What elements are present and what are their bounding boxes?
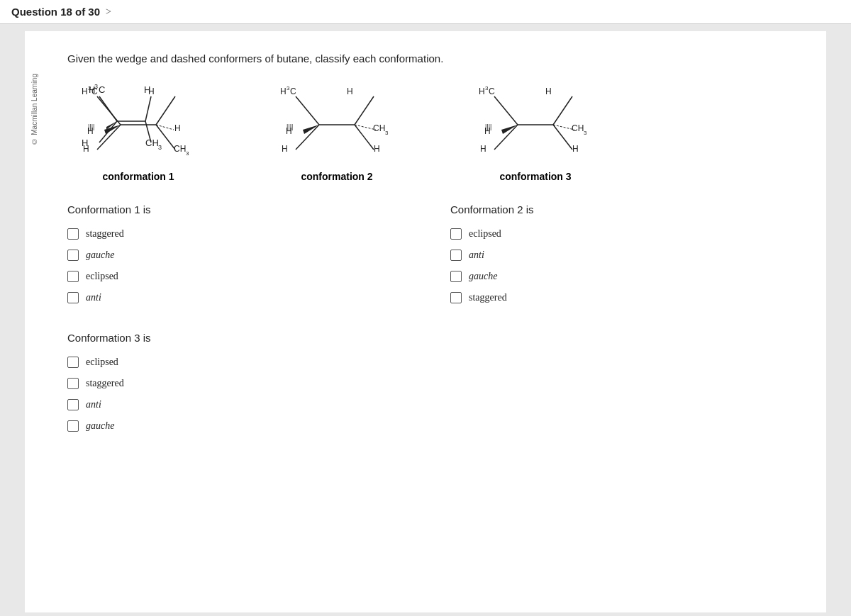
conf1-eclipsed-label: eclipsed: [86, 271, 118, 282]
svg-text:H: H: [82, 86, 88, 96]
conformation-1-label: conformation 1: [102, 171, 174, 182]
conf2-staggered-label: staggered: [469, 292, 507, 303]
conf1-checkbox-group: staggered gauche eclipsed anti: [67, 228, 422, 303]
svg-marker-33: [303, 125, 319, 134]
svg-text:H: H: [174, 123, 181, 133]
conf2-answer-section: Conformation 2 is eclipsed anti gauche s…: [450, 203, 805, 325]
conf1-gauche-label: gauche: [86, 250, 114, 261]
svg-text:C: C: [91, 86, 98, 96]
conf2-gauche-item[interactable]: gauche: [450, 271, 805, 282]
svg-text:H: H: [480, 144, 486, 154]
svg-text:3: 3: [385, 130, 389, 136]
svg-text:CH: CH: [174, 144, 186, 154]
conf3-staggered-checkbox[interactable]: [67, 378, 79, 389]
conformations-row: H 3 C H H CH 3: [67, 79, 805, 182]
conf1-eclipsed-item[interactable]: eclipsed: [67, 271, 422, 282]
svg-text:CH: CH: [373, 123, 385, 133]
conf1-staggered-checkbox[interactable]: [67, 228, 79, 240]
conf1-gauche-item[interactable]: gauche: [67, 250, 422, 261]
conf3-eclipsed-checkbox[interactable]: [67, 357, 79, 368]
svg-text:H: H: [545, 86, 552, 96]
conf3-gauche-checkbox[interactable]: [67, 420, 79, 432]
molecule-3-diagram: H3C H H |||| H H CH 3: [465, 79, 606, 164]
svg-text:H: H: [282, 144, 288, 154]
conf3-eclipsed-label: eclipsed: [86, 357, 118, 368]
svg-marker-16: [104, 125, 121, 134]
svg-line-41: [355, 125, 374, 150]
svg-text:H: H: [572, 144, 579, 154]
conf3-checkbox-group: eclipsed staggered anti gauche: [67, 357, 805, 432]
svg-text:H: H: [347, 86, 353, 96]
molecule-2-diagram: H3C H H |||| H H CH 3: [266, 79, 408, 164]
conf3-title: Conformation 3 is: [67, 332, 805, 344]
svg-text:3: 3: [186, 150, 189, 157]
conf1-anti-label: anti: [86, 292, 101, 303]
conformation-2-figure: H3C H H |||| H H CH 3 conformation 2: [266, 79, 408, 182]
conf3-staggered-item[interactable]: staggered: [67, 378, 805, 389]
conf3-answer-section: Conformation 3 is eclipsed staggered ant…: [67, 332, 805, 432]
svg-text:||||: ||||: [287, 123, 293, 130]
conf2-checkbox-group: eclipsed anti gauche staggered: [450, 228, 805, 303]
conf3-anti-item[interactable]: anti: [67, 399, 805, 410]
answer-row-1: Conformation 1 is staggered gauche eclip…: [67, 203, 805, 325]
conf2-title: Conformation 2 is: [450, 203, 805, 215]
conformation-3-figure: H3C H H |||| H H CH 3 conformation 3: [465, 79, 606, 182]
conf2-anti-label: anti: [469, 250, 484, 261]
conf3-anti-label: anti: [86, 399, 101, 410]
conf3-eclipsed-item[interactable]: eclipsed: [67, 357, 805, 368]
conf1-staggered-label: staggered: [86, 228, 124, 240]
conf2-gauche-label: gauche: [469, 271, 497, 282]
conf3-staggered-label: staggered: [86, 378, 124, 389]
conf2-staggered-item[interactable]: staggered: [450, 292, 805, 303]
svg-text:||||: ||||: [485, 123, 491, 130]
svg-line-31: [296, 96, 319, 125]
conformation-1-figure: H 3 C H H CH 3: [67, 79, 209, 182]
question-text: Given the wedge and dashed conformers of…: [67, 52, 805, 65]
conf2-eclipsed-label: eclipsed: [469, 228, 501, 240]
svg-line-40: [355, 96, 374, 125]
svg-text:C: C: [489, 86, 495, 96]
conf2-staggered-checkbox[interactable]: [450, 292, 462, 303]
conf1-gauche-checkbox[interactable]: [67, 250, 79, 261]
conf3-gauche-item[interactable]: gauche: [67, 420, 805, 432]
header: Question 18 of 30 >: [0, 0, 851, 24]
conformation-3-label: conformation 3: [499, 171, 571, 182]
svg-text:C: C: [290, 86, 296, 96]
svg-line-58: [553, 125, 572, 150]
conf1-title: Conformation 1 is: [67, 203, 422, 215]
svg-marker-50: [501, 125, 518, 134]
svg-line-48: [494, 96, 518, 125]
conf1-anti-checkbox[interactable]: [67, 292, 79, 303]
conf2-anti-checkbox[interactable]: [450, 250, 462, 261]
svg-text:H: H: [280, 86, 287, 96]
conf2-gauche-checkbox[interactable]: [450, 271, 462, 282]
svg-line-24: [156, 125, 175, 150]
conf1-anti-item[interactable]: anti: [67, 292, 422, 303]
conf3-gauche-label: gauche: [86, 420, 114, 432]
conformation-2-label: conformation 2: [301, 171, 372, 182]
conf3-anti-checkbox[interactable]: [67, 399, 79, 410]
side-label: © Macmillan Learning: [30, 74, 38, 145]
molecule-1-diagram: H3C H H |||| H CH 3 H: [67, 79, 209, 164]
svg-text:H: H: [148, 86, 155, 96]
svg-text:H: H: [479, 86, 485, 96]
svg-text:H: H: [83, 144, 89, 154]
svg-text:||||: ||||: [88, 123, 94, 130]
svg-line-23: [156, 96, 175, 125]
conf2-eclipsed-checkbox[interactable]: [450, 228, 462, 240]
conf1-answer-section: Conformation 1 is staggered gauche eclip…: [67, 203, 422, 325]
main-content: © Macmillan Learning Given the wedge and…: [25, 31, 826, 612]
conf1-eclipsed-checkbox[interactable]: [67, 271, 79, 282]
svg-line-14: [97, 96, 121, 125]
chevron-icon: >: [106, 6, 111, 18]
conf1-staggered-item[interactable]: staggered: [67, 228, 422, 240]
conf2-anti-item[interactable]: anti: [450, 250, 805, 261]
svg-line-57: [553, 96, 572, 125]
conf2-eclipsed-item[interactable]: eclipsed: [450, 228, 805, 240]
svg-text:CH: CH: [572, 123, 584, 133]
svg-text:H: H: [374, 144, 380, 154]
svg-text:3: 3: [584, 130, 587, 136]
question-label: Question 18 of 30: [11, 6, 100, 18]
